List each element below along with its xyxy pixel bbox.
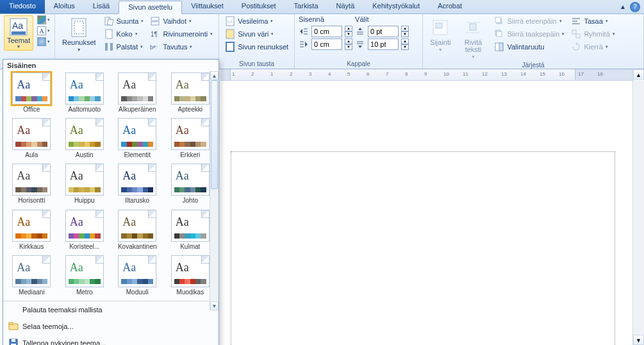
spin-up[interactable]: ▲ [401, 38, 409, 44]
space-after-input[interactable] [368, 38, 399, 50]
theme-muodikas[interactable]: Aa Muodikas [167, 255, 214, 296]
theme-effects-button[interactable]: ▾ [37, 37, 50, 46]
spin-down[interactable]: ▼ [345, 44, 352, 50]
theme-colors-button[interactable]: ▾ [37, 15, 50, 24]
scroll-thumb[interactable] [211, 80, 218, 189]
position-icon [430, 17, 450, 38]
theme-kulmat[interactable]: Aa Kulmat [167, 210, 214, 250]
spin-up[interactable]: ▲ [345, 38, 352, 44]
spin-down[interactable]: ▼ [401, 44, 409, 50]
theme-huippu[interactable]: Aa Huippu [62, 164, 108, 204]
tab-acrobat[interactable]: Acrobat [429, 0, 471, 13]
spin-up[interactable]: ▲ [345, 26, 352, 31]
tab-developer[interactable]: Kehitystyökalut [363, 0, 429, 13]
tab-home[interactable]: Aloitus [45, 0, 84, 13]
theme-kovakantinen[interactable]: Aa Kovakantinen [114, 210, 161, 250]
horizontal-ruler[interactable]: 12123456789101112131415161718 [220, 69, 644, 81]
spin-down[interactable]: ▼ [401, 31, 409, 37]
ruler-tick: 6 [367, 71, 369, 77]
help-icon[interactable]: ? [630, 2, 640, 12]
ruler-tick: 11 [463, 71, 468, 77]
margins-button[interactable]: Reunukset ▼ [59, 15, 99, 54]
linenumbers-button[interactable]: 1¶Rivinumerointi ▾ [148, 28, 215, 40]
theme-erkkeri[interactable]: Aa Erkkeri [167, 118, 214, 158]
scroll-down-icon[interactable]: ▼ [210, 301, 219, 310]
svg-rect-16 [226, 29, 234, 38]
hyphenation-button[interactable]: bª⁻Tavutus ▾ [148, 41, 215, 53]
svg-rect-36 [497, 31, 502, 37]
svg-rect-7 [106, 29, 112, 38]
tab-references[interactable]: Viittaukset [182, 0, 233, 13]
theme-aula[interactable]: Aa Aula [8, 118, 55, 158]
linenumbers-icon: 1¶ [150, 29, 160, 39]
theme-aaltomuoto[interactable]: Aa Aaltomuoto [62, 72, 108, 113]
spin-up[interactable]: ▲ [401, 26, 409, 31]
themes-button[interactable]: Aa Teemat ▼ [4, 15, 33, 51]
orientation-button[interactable]: Suunta ▾ [102, 15, 146, 27]
scroll-up-icon[interactable]: ▲ [210, 71, 219, 80]
theme-kirkkaus[interactable]: Aa Kirkkaus [8, 210, 55, 250]
svg-rect-17 [226, 42, 234, 51]
theme-koristeel-[interactable]: Aa Koristeel... [62, 210, 108, 250]
ruler-tick: 2 [251, 71, 254, 77]
theme-iltarusko[interactable]: Aa Iltarusko [114, 164, 161, 204]
ruler-tick: 4 [328, 71, 331, 77]
gallery-scrollbar[interactable]: ▲ ▼ [210, 71, 219, 310]
selectionpane-button[interactable]: Valintaruutu [492, 41, 566, 53]
position-button[interactable]: Sijainti▼ [427, 15, 454, 54]
tab-insert[interactable]: Lisää [84, 0, 119, 13]
indent-right-input[interactable] [311, 38, 342, 50]
rotate-button[interactable]: Kierrä ▾ [569, 41, 616, 53]
theme-mediaani[interactable]: Aa Mediaani [8, 255, 55, 296]
tab-view[interactable]: Näytä [327, 0, 364, 13]
svg-rect-47 [12, 339, 15, 342]
save-theme-label: Tallenna nykyinen teema... [22, 339, 106, 345]
scroll-down-icon[interactable]: ▼ [633, 335, 644, 345]
theme-label: Huippu [74, 197, 95, 204]
ribbon-tabs: Tiedosto Aloitus Lisää Sivun asettelu Vi… [0, 0, 644, 14]
watermark-button[interactable]: AaVesileima ▾ [223, 15, 290, 27]
theme-label: Horisontti [18, 197, 45, 204]
wrap-button[interactable]: Rivitä teksti▼ [456, 15, 490, 61]
theme-fonts-button[interactable]: A▾ [37, 26, 50, 35]
breaks-button[interactable]: Vaihdot ▾ [148, 15, 215, 27]
theme-label: Moduuli [126, 289, 149, 296]
theme-moduuli[interactable]: Aa Moduuli [114, 255, 161, 296]
bringforward-button[interactable]: Siirrä eteenpäin ▾ [492, 15, 566, 27]
theme-austin[interactable]: Aa Austin [62, 118, 108, 158]
chevron-down-icon: ▾ [210, 31, 213, 37]
tab-file[interactable]: Tiedosto [0, 0, 45, 13]
size-button[interactable]: Koko ▾ [102, 28, 146, 40]
align-button[interactable]: Tasaa ▾ [569, 15, 616, 27]
group-button[interactable]: Ryhmitä ▾ [569, 28, 616, 40]
sendback-button[interactable]: Siirrä taaksepäin ▾ [492, 28, 566, 40]
columns-button[interactable]: Palstat ▾ [102, 41, 146, 53]
theme-office[interactable]: Aa Office [8, 72, 55, 113]
save-theme-item[interactable]: Tallenna nykyinen teema... [3, 335, 219, 345]
svg-rect-10 [151, 17, 159, 21]
svg-rect-8 [105, 43, 108, 51]
theme-elementit[interactable]: Aa Elementit [114, 118, 161, 158]
theme-johto[interactable]: Aa Johto [167, 164, 214, 204]
theme-alkuper-inen[interactable]: Aa Alkuperäinen [114, 72, 161, 113]
scroll-up-icon[interactable]: ▲ [633, 69, 644, 80]
ruler-tick: 5 [347, 71, 350, 77]
pageborders-button[interactable]: Sivun reunukset [223, 41, 290, 53]
indent-left-input[interactable] [311, 26, 342, 37]
spin-down[interactable]: ▼ [345, 31, 352, 37]
tab-pagelayout[interactable]: Sivun asettelu [119, 1, 182, 14]
tab-review[interactable]: Tarkista [285, 0, 327, 13]
space-before-input[interactable] [368, 26, 399, 37]
tab-mailings[interactable]: Postitukset [233, 0, 285, 13]
pagecolor-button[interactable]: Sivun väri ▾ [223, 28, 290, 40]
browse-themes-item[interactable]: Selaa teemoja... [3, 318, 219, 335]
theme-horisontti[interactable]: Aa Horisontti [8, 164, 55, 204]
folder-icon [8, 321, 19, 332]
reset-theme-item[interactable]: Palauta teemaksi mallista [3, 301, 219, 318]
minimize-ribbon-icon[interactable]: ▲ [620, 3, 626, 10]
theme-apteekki[interactable]: Aa Apteekki [167, 72, 214, 113]
theme-metro[interactable]: Aa Metro [62, 255, 108, 296]
vertical-scrollbar[interactable]: ▲ ▼ [632, 69, 644, 345]
indent-right-icon [299, 39, 309, 49]
page[interactable] [231, 151, 615, 345]
